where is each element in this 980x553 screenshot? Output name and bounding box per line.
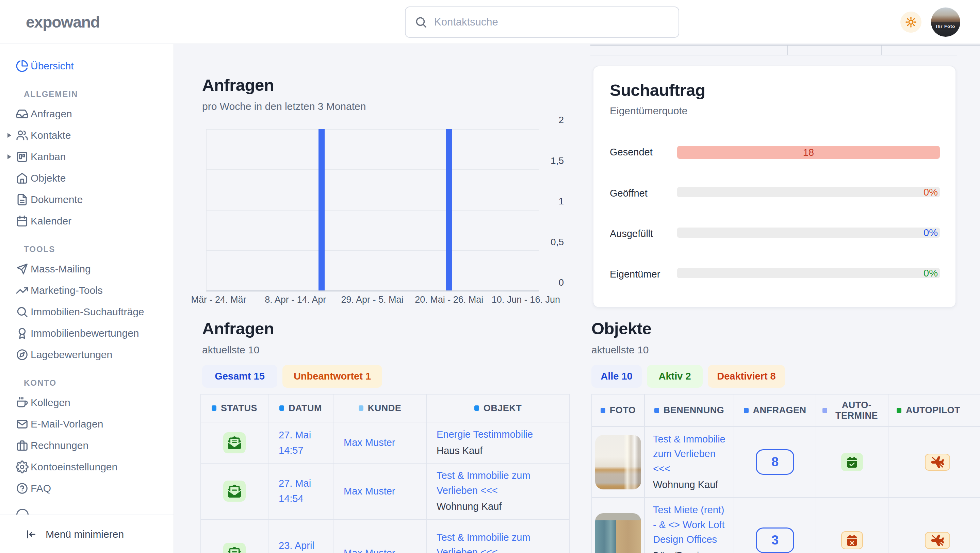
anfrage-date-link[interactable]: 23. April15:52 bbox=[279, 540, 314, 553]
column-header-datum[interactable]: DATUM bbox=[268, 394, 333, 422]
kanban-board-icon bbox=[16, 150, 29, 163]
tab-deaktiviert[interactable]: Deaktiviert 8 bbox=[708, 365, 785, 388]
table-row: 23. April15:52 Max Muster Test & Immobil… bbox=[201, 519, 569, 553]
sidebar-item-label: Immobilien-Suchaufträge bbox=[30, 306, 144, 318]
objekte-title: Objekte bbox=[592, 319, 651, 338]
sidebar-item-objekte[interactable]: Objekte bbox=[0, 167, 173, 189]
sidebar-item-anfragen[interactable]: Anfragen bbox=[0, 103, 173, 124]
anfragen-count-badge[interactable]: 8 bbox=[756, 449, 794, 475]
column-header-benennung[interactable]: BENENNUNG bbox=[644, 394, 734, 426]
column-header-anfragen[interactable]: ANFRAGEN bbox=[734, 394, 816, 426]
calendar-x-icon[interactable] bbox=[841, 531, 863, 549]
column-header-foto[interactable]: FOTO bbox=[592, 394, 644, 426]
plane-slash-icon[interactable] bbox=[925, 454, 950, 471]
x-tick-label: 8. Apr - 14. Apr bbox=[265, 294, 326, 305]
sidebar-item-label: Dokumente bbox=[30, 194, 83, 205]
kunde-link[interactable]: Max Muster bbox=[344, 548, 395, 553]
sidebar-item-rechnungen[interactable]: Rechnungen bbox=[0, 435, 173, 456]
sidebar-item-label: Kontakte bbox=[30, 130, 71, 141]
user-avatar[interactable]: Ihr Foto bbox=[931, 8, 960, 37]
calendar-icon bbox=[16, 215, 29, 227]
tab-gesamt[interactable]: Gesamt 15 bbox=[202, 365, 277, 388]
sidebar-item-label: Immobilienbewertungen bbox=[30, 327, 139, 339]
column-bullet bbox=[654, 408, 659, 413]
anfrage-date-link[interactable]: 27. Mai14:57 bbox=[279, 429, 311, 456]
search-input[interactable] bbox=[434, 16, 670, 28]
objekt-link[interactable]: Test & Immobilie zum Verlieben <<< bbox=[437, 532, 530, 553]
sidebar-item-immobilien-suchauftraege[interactable]: Immobilien-Suchaufträge bbox=[0, 301, 173, 323]
sun-icon bbox=[905, 16, 917, 28]
objekt-link[interactable]: Test Miete (rent) - & <> Work Loft Desig… bbox=[653, 504, 725, 545]
tab-unbeantwortet[interactable]: Unbeantwortet 1 bbox=[282, 365, 382, 388]
theme-toggle-button[interactable] bbox=[900, 11, 921, 33]
x-tick-label: 29. Apr - 5. Mai bbox=[341, 294, 403, 305]
column-header-autopilot[interactable]: AUTOPILOT bbox=[888, 394, 980, 426]
tab-aktiv[interactable]: Aktiv 2 bbox=[647, 365, 703, 388]
anfrage-date-link[interactable]: 27. Mai14:54 bbox=[279, 478, 311, 504]
collapse-menu-button[interactable]: Menü minimieren bbox=[0, 515, 173, 553]
sidebar-item-kontakte[interactable]: Kontakte bbox=[0, 124, 173, 146]
chart-bar[interactable] bbox=[318, 129, 325, 291]
sidebar-item-label: Mass-Mailing bbox=[30, 263, 91, 275]
anfragen-title: Anfragen bbox=[202, 319, 274, 338]
sidebar-item-kontoeinstellungen[interactable]: Kontoeinstellungen bbox=[0, 456, 173, 477]
objekt-type: Haus Kauf bbox=[437, 443, 562, 458]
y-tick-label: 0 bbox=[558, 277, 564, 288]
sidebar-item-kalender[interactable]: Kalender bbox=[0, 210, 173, 232]
calendar-check-icon[interactable] bbox=[841, 453, 863, 471]
column-bullet bbox=[897, 408, 901, 413]
anfragen-table: STATUS DATUM KUNDE OBJEKT 27. Mai14:57 M… bbox=[200, 394, 570, 553]
y-tick-label: 0,5 bbox=[550, 237, 564, 248]
sidebar-item-kanban[interactable]: Kanban bbox=[0, 146, 173, 167]
home-icon bbox=[16, 172, 29, 185]
paper-plane-icon bbox=[16, 262, 29, 275]
sidebar-item-email-vorlagen[interactable]: E-Mail-Vorlagen bbox=[0, 413, 173, 435]
kunde-link[interactable]: Max Muster bbox=[344, 437, 395, 448]
app-logo: expowand bbox=[26, 13, 100, 31]
document-icon bbox=[16, 193, 29, 206]
anfragen-count-badge[interactable]: 3 bbox=[756, 528, 794, 553]
funnel-row-label: Geöffnet bbox=[610, 188, 648, 199]
contact-search[interactable] bbox=[405, 6, 679, 38]
column-header-auto-termine[interactable]: AUTO-TERMINE bbox=[816, 394, 888, 426]
property-photo[interactable] bbox=[595, 513, 641, 553]
sidebar-item-kollegen[interactable]: Kollegen bbox=[0, 392, 173, 413]
sidebar-item-label: Kollegen bbox=[30, 397, 70, 408]
sidebar-item-dokumente[interactable]: Dokumente bbox=[0, 189, 173, 210]
objekt-type: Büro/Praxis Miete bbox=[653, 548, 728, 553]
chevron-right-icon[interactable] bbox=[8, 154, 11, 159]
sidebar-item-label: Rechnungen bbox=[30, 440, 89, 451]
status-answered-icon[interactable] bbox=[223, 432, 246, 453]
property-photo[interactable] bbox=[595, 435, 641, 489]
table-row: 27. Mai14:57 Max Muster Energie Testimmo… bbox=[201, 422, 569, 463]
chart-bar[interactable] bbox=[446, 129, 452, 291]
objekt-link[interactable]: Test & Immobilie zum Verlieben <<< bbox=[653, 434, 725, 474]
objekt-link[interactable]: Energie Testimmobilie bbox=[437, 429, 533, 440]
table-row: Test Miete (rent) - & <> Work Loft Desig… bbox=[592, 497, 980, 553]
status-answered-icon[interactable] bbox=[223, 481, 246, 502]
sidebar-item-immobilienbewertungen[interactable]: Immobilienbewertungen bbox=[0, 323, 173, 344]
sidebar-item-uebersicht[interactable]: Übersicht bbox=[0, 55, 173, 76]
chart-subtitle: pro Woche in den letzten 3 Monaten bbox=[202, 101, 366, 112]
column-bullet bbox=[359, 405, 363, 411]
status-answered-icon[interactable] bbox=[223, 543, 246, 553]
sidebar-item-marketing-tools[interactable]: Marketing-Tools bbox=[0, 280, 173, 301]
objekt-link[interactable]: Test & Immobilie zum Verlieben <<< bbox=[437, 470, 530, 496]
objekte-table: FOTO BENENNUNG ANFRAGEN AUTO-TERMINE AUT… bbox=[592, 394, 980, 553]
chart-gridline bbox=[207, 250, 539, 251]
top-header: expowand Ihr Foto bbox=[0, 0, 980, 44]
users-icon bbox=[16, 129, 29, 142]
sidebar-item-lagebewertungen[interactable]: Lagebewertungen bbox=[0, 344, 173, 365]
chevron-right-icon[interactable] bbox=[8, 133, 11, 138]
column-header-kunde[interactable]: KUNDE bbox=[333, 394, 427, 422]
tab-alle[interactable]: Alle 10 bbox=[592, 365, 642, 388]
sidebar-item-clipped-icon[interactable] bbox=[16, 509, 29, 515]
objekt-type: Wohnung Kauf bbox=[437, 499, 562, 514]
column-header-objekt[interactable]: OBJEKT bbox=[427, 394, 569, 422]
sidebar-item-mass-mailing[interactable]: Mass-Mailing bbox=[0, 258, 173, 280]
compass-icon bbox=[16, 348, 29, 361]
sidebar-item-faq[interactable]: FAQ bbox=[0, 477, 173, 499]
plane-slash-icon[interactable] bbox=[925, 532, 950, 549]
kunde-link[interactable]: Max Muster bbox=[344, 486, 395, 497]
column-header-status[interactable]: STATUS bbox=[201, 394, 268, 422]
